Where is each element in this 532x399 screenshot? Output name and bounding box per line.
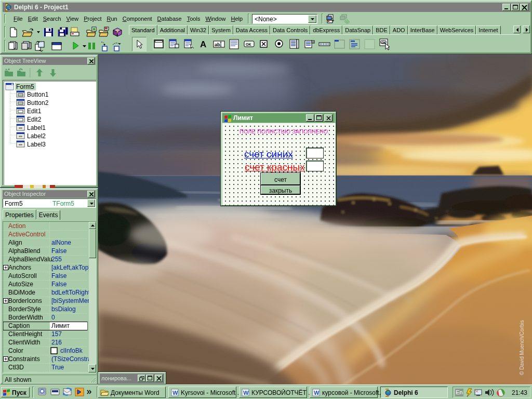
svg-text:ActiveControl: ActiveControl: [8, 231, 45, 238]
svg-text:W: W: [314, 390, 320, 396]
svg-text:False: False: [51, 272, 67, 280]
svg-text:True: True: [51, 364, 64, 371]
svg-text:216: 216: [51, 339, 62, 346]
svg-text:BorderStyle: BorderStyle: [8, 305, 41, 313]
svg-text:157: 157: [51, 330, 62, 338]
svg-text:clInfoBk: clInfoBk: [60, 347, 83, 354]
svg-text:Align: Align: [8, 239, 22, 246]
svg-text:AlphaBlend: AlphaBlend: [8, 247, 40, 255]
svg-text:Button1: Button1: [27, 91, 49, 98]
svg-text:0: 0: [51, 314, 55, 321]
svg-text:Label2: Label2: [27, 132, 46, 140]
svg-text:ClientHeight: ClientHeight: [8, 330, 43, 338]
svg-text:Edit1: Edit1: [27, 108, 42, 115]
svg-text:A: A: [200, 39, 206, 49]
svg-text:BorderWidth: BorderWidth: [8, 314, 43, 321]
svg-text:255: 255: [51, 256, 62, 263]
svg-text:False: False: [51, 281, 67, 288]
svg-text:?: ?: [116, 29, 119, 34]
svg-text:W: W: [172, 390, 178, 396]
svg-text:OK: OK: [246, 43, 251, 46]
svg-text:BorderIcons: BorderIcons: [8, 297, 42, 304]
svg-text:AlphaBlendValu: AlphaBlendValu: [8, 256, 52, 263]
svg-text:Anchors: Anchors: [8, 264, 31, 271]
svg-text:alNone: alNone: [51, 239, 71, 246]
svg-text:ab: ab: [215, 42, 220, 47]
svg-text:Constraints: Constraints: [8, 355, 40, 363]
svg-text:Лимит: Лимит: [51, 322, 70, 329]
svg-text:Edit2: Edit2: [27, 116, 42, 123]
svg-text:BiDiMode: BiDiMode: [8, 289, 35, 296]
svg-text:Label1: Label1: [27, 124, 46, 131]
svg-text:Ctl3D: Ctl3D: [8, 364, 24, 371]
svg-text:[akLeft,akTop]: [akLeft,akTop]: [51, 264, 90, 271]
svg-text:Action: Action: [8, 222, 25, 230]
svg-text:Label3: Label3: [27, 141, 46, 148]
svg-text:AutoSize: AutoSize: [8, 281, 33, 288]
svg-text:Color: Color: [8, 347, 23, 354]
svg-text:AutoScroll: AutoScroll: [8, 272, 37, 280]
svg-text:Button2: Button2: [27, 99, 49, 107]
svg-text:Form5: Form5: [16, 83, 34, 90]
svg-text:False: False: [51, 247, 67, 255]
svg-text:ClientWidth: ClientWidth: [8, 339, 40, 346]
svg-text:bdLeftToRight: bdLeftToRight: [51, 289, 90, 296]
svg-text:Caption: Caption: [8, 322, 30, 329]
svg-text:OK: OK: [381, 41, 385, 44]
svg-text:© David Muench/Corbis: © David Muench/Corbis: [519, 320, 525, 375]
svg-text:bsDialog: bsDialog: [51, 305, 76, 313]
svg-text:W: W: [243, 390, 249, 396]
